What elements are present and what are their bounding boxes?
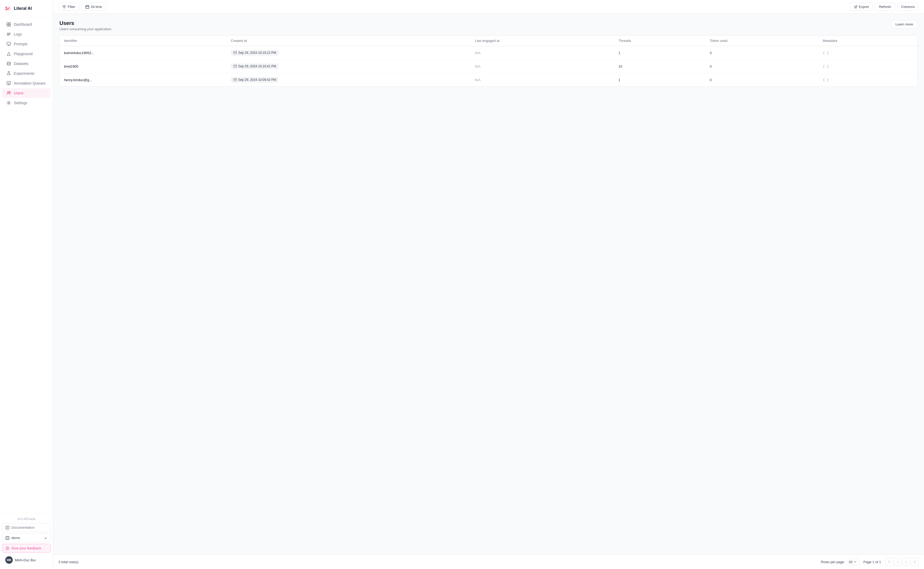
feedback-icon	[6, 546, 9, 550]
sidebar-item-prompts[interactable]: Prompts	[2, 39, 51, 49]
cell-token-used: 0	[706, 46, 819, 60]
sidebar-item-logs[interactable]: Logs	[2, 29, 51, 39]
svg-rect-18	[86, 6, 89, 9]
time-filter-button[interactable]: All time	[81, 3, 106, 11]
sidebar-item-annotation-queues[interactable]: Annotation Queues	[2, 79, 51, 88]
page-info: Page 1 of 1	[863, 560, 881, 564]
learn-more-button[interactable]: Learn more	[891, 20, 918, 28]
last-page-icon	[913, 560, 916, 563]
filter-label: Filter	[68, 5, 75, 9]
svg-rect-3	[9, 23, 11, 24]
footer: 3 total row(s). Rows per page 30 Page 1 …	[53, 554, 924, 569]
logs-icon	[6, 32, 11, 37]
sidebar-item-dashboard[interactable]: Dashboard	[2, 20, 51, 29]
svg-rect-6	[7, 33, 11, 33]
sidebar-item-playground[interactable]: Playground	[2, 49, 51, 59]
prev-page-icon	[896, 560, 899, 563]
first-page-button[interactable]	[885, 558, 893, 566]
refresh-button[interactable]: Refresh	[875, 3, 895, 11]
page-subtitle: Users consuming your application.	[59, 27, 112, 31]
filter-button[interactable]: Filter	[58, 3, 79, 11]
next-page-button[interactable]	[902, 558, 910, 566]
svg-rect-4	[7, 25, 9, 26]
export-icon	[854, 5, 857, 9]
rows-per-page-select[interactable]: 30	[846, 559, 859, 565]
logo-icon	[4, 5, 12, 12]
sidebar-item-label-playground: Playground	[14, 52, 33, 56]
sidebar-item-label-experiments: Experiments	[14, 72, 35, 76]
page-title: Users	[59, 20, 112, 26]
rows-per-page-label: Rows per page	[821, 560, 844, 564]
svg-rect-19	[233, 52, 236, 54]
svg-point-14	[8, 102, 9, 103]
user-profile[interactable]: MB Minh-Duc Bui	[2, 554, 51, 566]
table: Identifier Created at Last engaged at Th…	[60, 35, 917, 87]
documentation-label: Documentation	[11, 525, 35, 529]
cell-metadata: { }	[819, 46, 917, 60]
svg-point-13	[9, 91, 10, 93]
workspace-button[interactable]: demo	[2, 534, 51, 542]
col-threads: Threads	[614, 35, 705, 46]
feedback-button[interactable]: Give your feedback	[2, 544, 51, 552]
table-row[interactable]: bmd1905 Sep 29, 2024 10:10:41 PM N/A 10 …	[60, 60, 917, 73]
sidebar-item-experiments[interactable]: Experiments	[2, 68, 51, 78]
cell-created-at: Sep 29, 2024 10:09:42 PM	[227, 73, 471, 87]
cell-identifier: henry.bmduc@g...	[60, 73, 227, 87]
dashboard-icon	[6, 22, 11, 27]
cell-last-engaged: N/A	[471, 73, 614, 87]
filter-icon	[63, 5, 66, 9]
svg-point-0	[6, 7, 7, 8]
experiments-icon	[6, 71, 11, 76]
calendar-small-icon	[233, 65, 237, 68]
footer-right: Rows per page 30 Page 1 of 1	[821, 558, 919, 566]
calendar-small-icon	[233, 51, 237, 54]
sidebar-item-label-annotation: Annotation Queues	[14, 81, 46, 85]
prompts-icon	[6, 42, 11, 46]
page-header-text: Users Users consuming your application.	[59, 20, 112, 31]
sidebar-item-label-logs: Logs	[14, 32, 22, 37]
sidebar-item-label-settings: Settings	[14, 101, 27, 105]
feedback-label: Give your feedback	[11, 546, 41, 550]
rows-per-page-section: Rows per page 30	[821, 559, 859, 565]
sidebar-nav: Dashboard Logs Prompts Playground	[0, 17, 53, 513]
sidebar-item-label-dashboard: Dashboard	[14, 22, 32, 26]
sidebar-item-settings[interactable]: Settings	[2, 98, 51, 108]
table-row[interactable]: buiminhduc19052... Sep 29, 2024 10:19:12…	[60, 46, 917, 60]
cell-token-used: 0	[706, 60, 819, 73]
cell-threads: 1	[614, 46, 705, 60]
columns-button[interactable]: Columns	[897, 3, 919, 11]
col-metadata: Metadata	[819, 35, 917, 46]
avatar: MB	[5, 556, 13, 564]
export-button[interactable]: Export	[850, 3, 873, 11]
first-page-icon	[887, 560, 891, 563]
time-filter-label: All time	[91, 5, 102, 9]
sidebar-item-label-prompts: Prompts	[14, 42, 27, 46]
annotation-icon	[6, 81, 11, 86]
sidebar-item-datasets[interactable]: Datasets	[2, 59, 51, 68]
cell-identifier: buiminhduc19052...	[60, 46, 227, 60]
cell-created-at: Sep 29, 2024 10:19:12 PM	[227, 46, 471, 60]
version-text: v0.0.625-beta	[2, 516, 51, 522]
last-page-button[interactable]	[911, 558, 919, 566]
prev-page-button[interactable]	[894, 558, 902, 566]
logo-text: Literal AI	[14, 6, 32, 11]
cell-threads: 1	[614, 73, 705, 87]
main-content: Filter All time Export Refresh Columns U…	[53, 0, 924, 569]
svg-rect-20	[233, 65, 236, 68]
sidebar-item-users[interactable]: Users	[2, 88, 51, 98]
cell-metadata: { }	[819, 73, 917, 87]
svg-rect-7	[7, 34, 11, 35]
col-created-at: Created at	[227, 35, 471, 46]
playground-icon	[6, 52, 11, 56]
users-icon	[6, 91, 11, 96]
table-row[interactable]: henry.bmduc@g... Sep 29, 2024 10:09:42 P…	[60, 73, 917, 87]
export-label: Export	[859, 5, 869, 9]
settings-icon	[6, 100, 11, 105]
pagination	[885, 558, 919, 566]
toolbar: Filter All time Export Refresh Columns	[53, 0, 924, 14]
sidebar-item-label-users: Users	[14, 91, 24, 95]
documentation-button[interactable]: Documentation	[2, 523, 51, 532]
cell-metadata: { }	[819, 60, 917, 73]
svg-rect-8	[7, 35, 9, 35]
table-body: buiminhduc19052... Sep 29, 2024 10:19:12…	[60, 46, 917, 87]
